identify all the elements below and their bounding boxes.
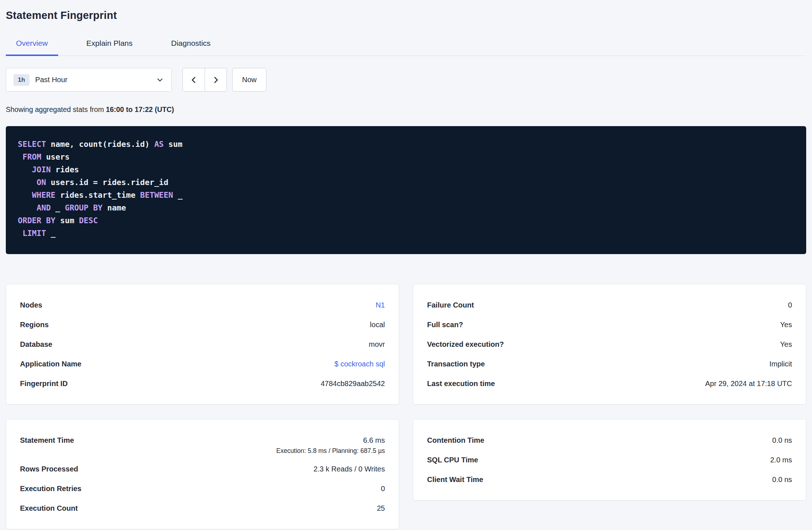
sql-text: [18, 190, 32, 200]
chevron-right-icon: [212, 76, 220, 84]
sql-keyword: ORDER BY: [18, 216, 56, 225]
row-label: Failure Count: [427, 301, 474, 309]
sql-text: rides: [51, 165, 79, 174]
sql-code-line: SELECT name, count(rides.id) AS sum: [18, 138, 794, 150]
aggregated-stats-line: Showing aggregated stats from 16:00 to 1…: [6, 105, 806, 114]
toolbar: 1h Past Hour: [6, 68, 806, 92]
row-value: Implicit: [769, 360, 792, 368]
row-value: Apr 29, 2024 at 17:18 UTC: [705, 380, 792, 388]
sql-text: name, count(rides.id): [46, 140, 154, 149]
tab-bar: OverviewExplain PlansDiagnostics: [6, 34, 806, 56]
row-value: movr: [369, 340, 385, 349]
row-label: Transaction type: [427, 360, 485, 368]
next-time-button[interactable]: [205, 68, 227, 92]
card-row: Transaction typeImplicit: [427, 354, 792, 374]
card-row: Vectorized execution?Yes: [427, 334, 792, 354]
sql-text: sum: [164, 140, 182, 149]
sql-keyword: LIMIT: [23, 229, 46, 238]
row-subvalue: Execution: 5.8 ms / Planning: 687.5 µs: [20, 447, 385, 459]
sql-keyword: AND: [37, 203, 51, 212]
row-value: 2.0 ms: [770, 456, 792, 464]
card-row: Statement Time6.6 msExecution: 5.8 ms / …: [20, 430, 385, 459]
card-row: Contention Time0.0 ns: [427, 430, 792, 450]
previous-time-button[interactable]: [182, 68, 205, 92]
row-value: 25: [377, 504, 385, 513]
card-timing-right: Contention Time0.0 nsSQL CPU Time2.0 msC…: [413, 419, 806, 501]
card-row: Client Wait Time0.0 ns: [427, 470, 792, 489]
card-row-main: Vectorized execution?Yes: [427, 334, 792, 354]
card-row: Application Name$ cockroach sql: [20, 354, 385, 374]
row-value: Yes: [780, 321, 792, 329]
summary-cards-grid: NodesN1RegionslocalDatabasemovrApplicati…: [6, 284, 806, 529]
page-title: Statement Fingerprint: [6, 9, 806, 21]
sql-text: users.id = rides.rider_id: [46, 178, 169, 187]
sql-text: [18, 178, 37, 187]
sql-text: _: [173, 190, 182, 200]
aggregated-stats-range: 16:00 to 17:22 (UTC): [106, 105, 174, 113]
sql-keyword: DESC: [79, 216, 98, 225]
card-row: Last execution timeApr 29, 2024 at 17:18…: [427, 374, 792, 393]
card-row: Databasemovr: [20, 334, 385, 354]
row-label: Execution Count: [20, 504, 78, 513]
time-range-badge: 1h: [13, 74, 29, 86]
row-value: Yes: [780, 340, 792, 349]
sql-text: name: [102, 203, 126, 212]
card-row-main: NodesN1: [20, 295, 385, 315]
tab-overview[interactable]: Overview: [6, 34, 58, 56]
sql-keyword: FROM: [23, 152, 41, 161]
card-row-main: Execution Retries0: [20, 479, 385, 498]
row-label: Database: [20, 340, 52, 349]
row-label: SQL CPU Time: [427, 456, 478, 464]
sql-text: [18, 165, 32, 174]
card-row-main: Full scan?Yes: [427, 315, 792, 334]
row-label: Rows Processed: [20, 465, 78, 473]
sql-code-line: JOIN rides: [18, 163, 794, 176]
card-row-main: Rows Processed2.3 k Reads / 0 Writes: [20, 459, 385, 479]
sql-text: [18, 203, 37, 212]
row-label: Vectorized execution?: [427, 340, 504, 349]
tab-diagnostics[interactable]: Diagnostics: [161, 34, 221, 56]
sql-code-line: WHERE rides.start_time BETWEEN _: [18, 189, 794, 201]
sql-code-line: ON users.id = rides.rider_id: [18, 176, 794, 189]
row-value-link[interactable]: $ cockroach sql: [334, 360, 385, 368]
sql-keyword: GROUP BY: [65, 203, 102, 212]
card-row: Full scan?Yes: [427, 315, 792, 334]
card-row: Failure Count0: [427, 295, 792, 315]
card-row-main: Failure Count0: [427, 295, 792, 315]
statement-fingerprint-page: Statement Fingerprint OverviewExplain Pl…: [0, 0, 812, 529]
sql-statement-block: SELECT name, count(rides.id) AS sum FROM…: [6, 126, 806, 254]
time-nav-group: [182, 68, 227, 92]
card-timing-left: Statement Time6.6 msExecution: 5.8 ms / …: [6, 419, 399, 529]
sql-text: _: [46, 229, 56, 238]
row-label: Statement Time: [20, 436, 74, 445]
card-row-main: Fingerprint ID4784cb829aab2542: [20, 374, 385, 393]
time-range-picker[interactable]: 1h Past Hour: [6, 68, 172, 92]
row-label: Client Wait Time: [427, 475, 483, 484]
card-overview-left: NodesN1RegionslocalDatabasemovrApplicati…: [6, 284, 399, 405]
chevron-left-icon: [189, 76, 198, 84]
row-value: 0.0 ns: [772, 436, 792, 445]
row-label: Fingerprint ID: [20, 380, 68, 388]
sql-text: users: [41, 152, 70, 161]
card-row-main: Regionslocal: [20, 315, 385, 334]
card-row-main: Client Wait Time0.0 ns: [427, 470, 792, 489]
tab-explain-plans[interactable]: Explain Plans: [76, 34, 143, 56]
row-value: local: [370, 321, 385, 329]
sql-text: sum: [56, 216, 79, 225]
sql-text: [18, 152, 23, 161]
card-row: NodesN1: [20, 295, 385, 315]
card-row: Rows Processed2.3 k Reads / 0 Writes: [20, 459, 385, 479]
sql-keyword: ON: [37, 178, 46, 187]
sql-keyword: SELECT: [18, 140, 46, 149]
sql-text: rides.start_time: [56, 190, 140, 200]
row-label: Application Name: [20, 360, 81, 368]
sql-keyword: AS: [154, 140, 164, 149]
card-row: SQL CPU Time2.0 ms: [427, 450, 792, 470]
row-value: 4784cb829aab2542: [321, 380, 385, 388]
row-label: Full scan?: [427, 321, 463, 329]
now-button[interactable]: Now: [232, 68, 266, 92]
row-value-link[interactable]: N1: [375, 301, 385, 309]
card-row: Execution Count25: [20, 498, 385, 518]
card-row: Execution Retries0: [20, 479, 385, 498]
row-value: 2.3 k Reads / 0 Writes: [314, 465, 385, 473]
